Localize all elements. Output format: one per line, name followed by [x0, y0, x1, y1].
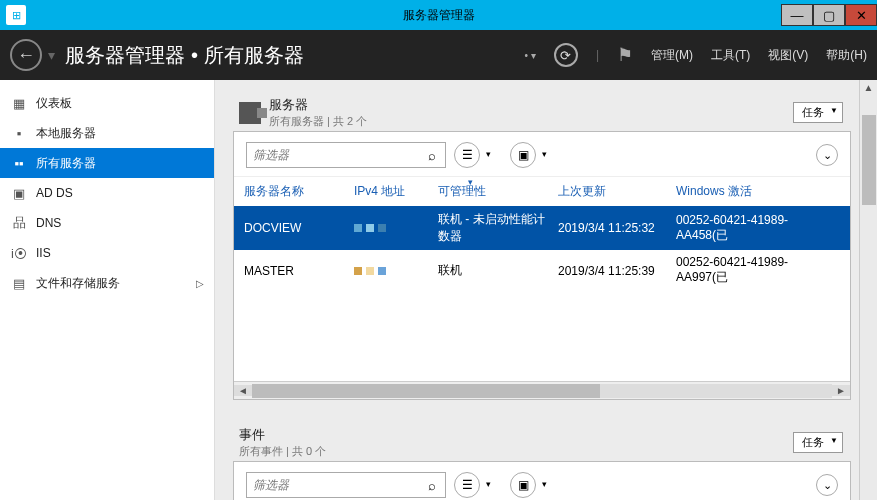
dashboard-icon: ▦ — [10, 95, 28, 111]
filter-options-button[interactable]: ☰ — [454, 472, 480, 498]
sidebar-item-label: 本地服务器 — [36, 125, 96, 142]
forward-button[interactable]: ▾ — [48, 47, 55, 63]
sort-indicator-icon: ▾ — [468, 177, 473, 187]
col-updated[interactable]: 上次更新 — [558, 183, 676, 200]
titlebar: ⊞ 服务器管理器 — ▢ ✕ — [0, 0, 877, 30]
table-row[interactable]: MASTER 联机 2019/3/4 11:25:39 00252-60421-… — [234, 250, 850, 291]
menu-view[interactable]: 视图(V) — [768, 47, 808, 64]
events-filter-box: ⌕ — [246, 472, 446, 498]
sidebar-item-adds[interactable]: ▣ AD DS — [0, 178, 214, 208]
events-panel-title: 事件 — [239, 426, 326, 444]
sidebar: ▦ 仪表板 ▪ 本地服务器 ▪▪ 所有服务器 ▣ AD DS 品 DNS i⦿ … — [0, 80, 215, 500]
save-options-button[interactable]: ▣ — [510, 472, 536, 498]
events-panel-body: ⌕ ☰ ▣ ⌄ 服务器名称 ID 严重性 源 日志 — [233, 461, 851, 500]
toolbar: ← ▾ 服务器管理器 • 所有服务器 • ▾ ⟳ | ⚑ 管理(M) 工具(T)… — [0, 30, 877, 80]
dns-icon: 品 — [10, 215, 28, 231]
servers-filter-input[interactable] — [247, 148, 419, 162]
refresh-icon[interactable]: ⟳ — [554, 43, 578, 67]
search-icon[interactable]: ⌕ — [419, 148, 445, 163]
events-tasks-button[interactable]: 任务 — [793, 432, 843, 453]
cell-updated: 2019/3/4 11:25:39 — [558, 264, 676, 278]
servers-panel: 服务器 所有服务器 | 共 2 个 任务 ⌕ ☰ ▣ ⌄ — [233, 90, 851, 400]
content-area: 服务器 所有服务器 | 共 2 个 任务 ⌕ ☰ ▣ ⌄ — [215, 80, 877, 500]
cell-updated: 2019/3/4 11:25:32 — [558, 221, 676, 235]
sidebar-item-label: DNS — [36, 216, 61, 230]
sidebar-item-label: IIS — [36, 246, 51, 260]
cell-activation: 00252-60421-41989-AA997(已 — [676, 255, 840, 286]
sidebar-item-label: 仪表板 — [36, 95, 72, 112]
expand-icon: ▷ — [196, 278, 204, 289]
maximize-button[interactable]: ▢ — [813, 4, 845, 26]
breadcrumb-page: 所有服务器 — [204, 42, 304, 69]
toolbar-right: • ▾ ⟳ | ⚑ 管理(M) 工具(T) 视图(V) 帮助(H) — [525, 43, 867, 67]
notifications-flag-icon[interactable]: ⚑ — [617, 44, 633, 66]
col-ipv4[interactable]: IPv4 地址 — [354, 183, 438, 200]
events-panel-subtitle: 所有事件 | 共 0 个 — [239, 444, 326, 459]
servers-table-header: 服务器名称 IPv4 地址 ▾可管理性 上次更新 Windows 激活 — [234, 176, 850, 206]
collapse-toggle[interactable]: ⌄ — [816, 474, 838, 496]
cell-manage: 联机 — [438, 262, 558, 279]
servers-tasks-button[interactable]: 任务 — [793, 102, 843, 123]
servers-icon — [239, 102, 261, 124]
servers-panel-title: 服务器 — [269, 96, 367, 114]
close-button[interactable]: ✕ — [845, 4, 877, 26]
scroll-left-icon[interactable]: ◄ — [234, 385, 252, 396]
cell-activation: 00252-60421-41989-AA458(已 — [676, 213, 840, 244]
refresh-pipe: | — [596, 48, 599, 62]
sidebar-item-dns[interactable]: 品 DNS — [0, 208, 214, 238]
servers-h-scrollbar[interactable]: ◄ ► — [234, 381, 850, 399]
sidebar-item-local-server[interactable]: ▪ 本地服务器 — [0, 118, 214, 148]
col-server-name[interactable]: 服务器名称 — [244, 183, 354, 200]
sidebar-item-label: 文件和存储服务 — [36, 275, 120, 292]
events-filter-input[interactable] — [247, 478, 419, 492]
events-panel-header: 事件 所有事件 | 共 0 个 任务 — [233, 420, 851, 461]
cell-manage: 联机 - 未启动性能计数器 — [438, 211, 558, 245]
collapse-toggle[interactable]: ⌄ — [816, 144, 838, 166]
servers-panel-body: ⌕ ☰ ▣ ⌄ 服务器名称 IPv4 地址 ▾可管理性 上次更新 Windows… — [233, 131, 851, 400]
cell-ip — [354, 224, 438, 232]
storage-icon: ▤ — [10, 275, 28, 291]
servers-panel-subtitle: 所有服务器 | 共 2 个 — [269, 114, 367, 129]
all-servers-icon: ▪▪ — [10, 155, 28, 171]
scroll-up-icon[interactable]: ▲ — [860, 80, 877, 95]
filter-options-button[interactable]: ☰ — [454, 142, 480, 168]
sidebar-item-iis[interactable]: i⦿ IIS — [0, 238, 214, 268]
sidebar-item-label: AD DS — [36, 186, 73, 200]
col-activation[interactable]: Windows 激活 — [676, 183, 840, 200]
sidebar-item-label: 所有服务器 — [36, 155, 96, 172]
iis-icon: i⦿ — [10, 245, 28, 261]
scroll-thumb[interactable] — [862, 115, 876, 205]
events-panel: 事件 所有事件 | 共 0 个 任务 ⌕ ☰ ▣ ⌄ — [233, 420, 851, 500]
table-row[interactable]: DOCVIEW 联机 - 未启动性能计数器 2019/3/4 11:25:32 … — [234, 206, 850, 250]
minimize-button[interactable]: — — [781, 4, 813, 26]
breadcrumb: 服务器管理器 • 所有服务器 — [65, 42, 304, 69]
menu-manage[interactable]: 管理(M) — [651, 47, 693, 64]
cell-name: DOCVIEW — [244, 221, 354, 235]
breadcrumb-dropdown-icon[interactable]: • ▾ — [525, 50, 536, 61]
window-buttons: — ▢ ✕ — [781, 4, 877, 26]
menu-help[interactable]: 帮助(H) — [826, 47, 867, 64]
breadcrumb-separator-icon: • — [191, 44, 198, 67]
window-title: 服务器管理器 — [403, 7, 475, 24]
cell-ip — [354, 267, 438, 275]
save-options-button[interactable]: ▣ — [510, 142, 536, 168]
servers-filter-box: ⌕ — [246, 142, 446, 168]
menu-tools[interactable]: 工具(T) — [711, 47, 750, 64]
sidebar-item-dashboard[interactable]: ▦ 仪表板 — [0, 88, 214, 118]
search-icon[interactable]: ⌕ — [419, 478, 445, 493]
breadcrumb-root[interactable]: 服务器管理器 — [65, 42, 185, 69]
app-icon: ⊞ — [6, 5, 26, 25]
servers-filter-row: ⌕ ☰ ▣ ⌄ — [234, 132, 850, 176]
sidebar-item-file-storage[interactable]: ▤ 文件和存储服务 ▷ — [0, 268, 214, 298]
servers-panel-header: 服务器 所有服务器 | 共 2 个 任务 — [233, 90, 851, 131]
back-button[interactable]: ← — [10, 39, 42, 71]
local-server-icon: ▪ — [10, 125, 28, 141]
cell-name: MASTER — [244, 264, 354, 278]
scroll-right-icon[interactable]: ► — [832, 385, 850, 396]
content-v-scrollbar[interactable]: ▲ — [859, 80, 877, 500]
main-area: ▦ 仪表板 ▪ 本地服务器 ▪▪ 所有服务器 ▣ AD DS 品 DNS i⦿ … — [0, 80, 877, 500]
adds-icon: ▣ — [10, 185, 28, 201]
events-filter-row: ⌕ ☰ ▣ ⌄ — [234, 462, 850, 500]
sidebar-item-all-servers[interactable]: ▪▪ 所有服务器 — [0, 148, 214, 178]
col-manage[interactable]: ▾可管理性 — [438, 183, 558, 200]
